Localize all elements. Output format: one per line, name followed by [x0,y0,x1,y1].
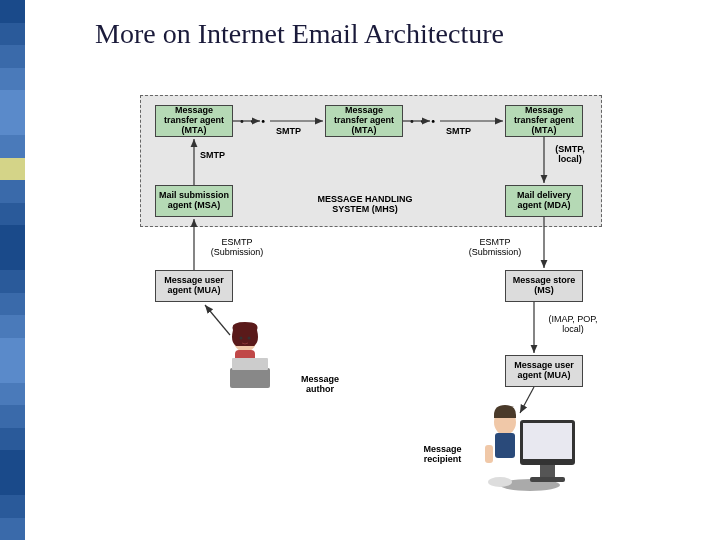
label-recipient: Message recipient [415,445,470,465]
label-esmtp-right: ESMTP (Submission) [460,238,530,258]
ellipsis-1: • • • [240,115,267,127]
sidebar-stripe [0,270,25,293]
svg-rect-3 [232,358,268,370]
sidebar-stripe [0,180,25,203]
sidebar-stripe [0,23,25,46]
sidebar-stripe [0,203,25,226]
sidebar-stripe [0,293,25,316]
sidebar-stripe [0,90,25,113]
node-ms: Message store (MS) [505,270,583,302]
node-mua-recipient: Message user agent (MUA) [505,355,583,387]
node-mua-author: Message user agent (MUA) [155,270,233,302]
node-mda: Mail delivery agent (MDA) [505,185,583,217]
sidebar-stripe [0,360,25,383]
sidebar-stripe [0,518,25,541]
recipient-illustration [470,400,590,500]
svg-point-14 [488,477,512,487]
sidebar-stripe [0,428,25,451]
ellipsis-2: • • • [410,115,437,127]
author-illustration [210,320,290,395]
email-architecture-diagram: Message transfer agent (MTA) • • • Messa… [120,95,620,515]
sidebar-stripe [0,68,25,91]
svg-rect-2 [230,368,270,388]
sidebar-stripe [0,383,25,406]
sidebar-stripe [0,0,25,23]
sidebar-stripe [0,135,25,158]
label-smtp-2: SMTP [446,127,471,137]
svg-point-4 [240,337,243,340]
svg-rect-7 [495,433,515,458]
sidebar-stripe [0,45,25,68]
sidebar-stripe [0,158,25,181]
sidebar-stripe [0,225,25,248]
svg-rect-12 [540,465,555,477]
node-msa: Mail submission agent (MSA) [155,185,233,217]
label-imap: (IMAP, POP, local) [538,315,608,335]
label-smtp-local: (SMTP, local) [545,145,595,165]
node-mta-3: Message transfer agent (MTA) [505,105,583,137]
sidebar-stripe [0,405,25,428]
label-mhs: MESSAGE HANDLING SYSTEM (MHS) [305,195,425,215]
label-smtp-vert: SMTP [200,151,225,161]
svg-rect-13 [530,477,565,482]
sidebar-stripe [0,248,25,271]
sidebar-stripe [0,450,25,473]
svg-rect-8 [485,445,493,463]
label-esmtp-left: ESMTP (Submission) [202,238,272,258]
label-author: Message author [295,375,345,395]
decorative-sidebar [0,0,30,540]
sidebar-stripe [0,473,25,496]
sidebar-stripe [0,495,25,518]
svg-rect-11 [523,423,572,459]
label-smtp-1: SMTP [276,127,301,137]
svg-point-5 [248,337,251,340]
sidebar-stripe [0,315,25,338]
slide-title: More on Internet Email Architecture [95,18,504,50]
sidebar-stripe [0,113,25,136]
node-mta-2: Message transfer agent (MTA) [325,105,403,137]
sidebar-stripe [0,338,25,361]
node-mta-1: Message transfer agent (MTA) [155,105,233,137]
